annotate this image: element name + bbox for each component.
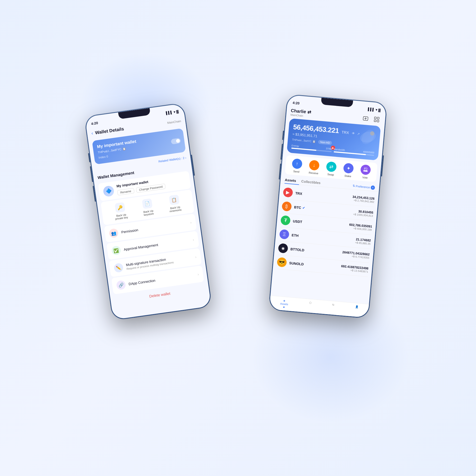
- signal-icon-left: ▌▌▌: [166, 110, 173, 115]
- back-button[interactable]: ‹: [91, 130, 93, 136]
- btt-name-col: BTTOLD: [290, 247, 305, 252]
- receive-action[interactable]: ↓ Receive: [308, 160, 320, 175]
- eth-icon: Ξ: [279, 229, 290, 240]
- wallet-mgmt-item-main: My important wallet Rename Change Passwo…: [116, 177, 166, 195]
- scan-icon[interactable]: [372, 115, 381, 124]
- nav-grid-icon: ⬡: [309, 301, 312, 304]
- dapp-text: DApp Connection: [128, 273, 195, 286]
- usdt-name-col: USDT: [293, 219, 303, 224]
- battery-icon-left: ▓: [176, 109, 179, 113]
- stake-label: Stake: [344, 174, 351, 178]
- signal-icon-right: ▌▌▌: [368, 107, 375, 112]
- receive-icon: ↓: [309, 160, 320, 171]
- wallet-details-title: Wallet Details: [95, 126, 124, 135]
- header-icons: [361, 114, 381, 124]
- main-screen: 4:20 ▌▌▌ ▾ ▓ Charlie ⇄ MainChain: [269, 95, 387, 318]
- bandwidth-value: 4000/5000: [363, 150, 374, 154]
- svg-rect-1: [374, 117, 377, 119]
- btc-verified-icon: ✔: [302, 206, 305, 210]
- phone-right: 4:20 ▌▌▌ ▾ ▓ Charlie ⇄ MainChain: [268, 94, 387, 319]
- wallet-avatar: 🔷: [103, 185, 115, 197]
- status-icons-left: ▌▌▌ ▾ ▓: [166, 109, 179, 115]
- trx-icon: ▶: [283, 187, 293, 198]
- dapp-icon: 🔗: [116, 280, 126, 290]
- btc-icon: ₿: [282, 201, 292, 212]
- wallet-header-left: ‹ Wallet Details: [91, 126, 124, 136]
- nav-assets-icon: ◈: [283, 299, 286, 302]
- external-link-icon[interactable]: ↗: [357, 132, 360, 136]
- permission-icon: 👥: [109, 228, 119, 238]
- permission-chevron: ›: [190, 220, 192, 225]
- send-label: Send: [293, 170, 299, 173]
- btc-amount: 30.810455 ≈$ 1555,934,813: [353, 209, 373, 217]
- permission-text: Permission: [121, 221, 187, 234]
- battery-icon-right: ▓: [378, 108, 381, 112]
- usdt-amount: 602,786.035091 ≈$ 606,000.199: [349, 223, 372, 231]
- energy-value: 37/60: [326, 147, 332, 150]
- usdt-icon: ₮: [280, 215, 291, 226]
- eth-amount: 21.174682 ≈$ 85,885.35: [355, 237, 371, 245]
- eth-name-col: ETH: [291, 233, 299, 237]
- phone-left: 4:20 ▌▌▌ ▾ ▓ ‹ Wallet Details MainChain: [84, 102, 212, 321]
- approval-chevron: ›: [193, 237, 194, 242]
- multisig-chevron: ›: [195, 255, 197, 259]
- trx-name-col: TRX: [295, 191, 302, 196]
- sun-amount: 692.418878222498 ≈$ 13.5483871: [341, 264, 368, 273]
- eye-icon[interactable]: 👁: [351, 131, 355, 135]
- sun-name-col: SUNOLD: [289, 261, 304, 266]
- svg-rect-4: [377, 120, 379, 122]
- nav-profile[interactable]: 👤: [354, 305, 358, 314]
- backup-mnemonic-icon: 📋: [169, 195, 180, 205]
- wifi-icon-right: ▾: [376, 108, 377, 112]
- preference-button[interactable]: ⇅ Preference +: [353, 184, 375, 190]
- bandwidth-label: Bandwidth: [334, 148, 345, 152]
- backup-keystore[interactable]: 📄 Back Up keystore: [142, 198, 154, 217]
- tab-collectibles[interactable]: Collectibles: [301, 178, 324, 187]
- receive-label: Receive: [309, 171, 318, 175]
- balance-currency: TRX: [341, 130, 349, 135]
- send-action[interactable]: ↑ Send: [291, 158, 303, 173]
- btt-amount: 2648771.04328662 ≈$ 6.77419355: [342, 250, 370, 259]
- copy-address-icon[interactable]: 📋: [122, 147, 126, 150]
- energy-section: Energy 37/60: [291, 144, 332, 152]
- wifi-icon-left: ▾: [173, 110, 176, 114]
- swap-icon: ⇄: [326, 161, 337, 172]
- backup-key-icon: 🔑: [115, 202, 126, 213]
- backup-private-key[interactable]: 🔑 Back Up private key: [113, 202, 128, 220]
- multisig-icon: ✏️: [113, 263, 123, 273]
- change-password-button[interactable]: Change Password: [136, 184, 166, 193]
- bottom-nav: ◈ Assets ⬡ ↻ 👤: [269, 295, 369, 318]
- svg-rect-3: [374, 120, 376, 122]
- nav-assets[interactable]: ◈ Assets: [280, 299, 289, 308]
- vote-label: Vote: [362, 176, 368, 179]
- wallet-details-screen: 4:20 ▌▌▌ ▾ ▓ ‹ Wallet Details MainChain: [85, 103, 211, 320]
- wallet-card-toggle[interactable]: [171, 138, 181, 144]
- btc-name-col: BTC ✔: [294, 205, 305, 210]
- nav-profile-icon: 👤: [355, 305, 358, 308]
- nav-history-icon: ↻: [332, 303, 335, 306]
- balance-decoration: [358, 127, 378, 147]
- asset-list: ▶ TRX 34,234,453.126 ≈$ 2,760,842,982: [273, 185, 379, 277]
- swap-label: Swap: [327, 173, 334, 176]
- backup-mnemonic[interactable]: 📋 Back Up mnemonic: [167, 194, 182, 213]
- balance-address: THPwer...5wtYC: [292, 138, 312, 143]
- rename-button[interactable]: Rename: [117, 188, 135, 196]
- sun-icon: 😎: [277, 257, 287, 267]
- vote-action[interactable]: 🗳 Vote: [360, 164, 371, 179]
- nav-collectibles-tab[interactable]: ⬡: [309, 301, 312, 310]
- approval-icon: ✅: [111, 245, 121, 255]
- nav-history[interactable]: ↻: [332, 303, 335, 312]
- bandwidth-section: Bandwidth 4000/5000: [334, 148, 374, 156]
- trx-amount: 34,234,453.126 ≈$ 2,760,842,982: [352, 195, 375, 203]
- btt-icon: ◉: [278, 243, 288, 253]
- mainchain-label-left: MainChain: [167, 119, 181, 124]
- tab-assets[interactable]: Assets: [285, 176, 300, 185]
- swap-action[interactable]: ⇄ Swap: [326, 161, 337, 176]
- stake-action[interactable]: ✦ Stake: [343, 163, 354, 178]
- add-asset-icon[interactable]: +: [370, 185, 375, 190]
- copy-balance-icon[interactable]: 📋: [312, 140, 316, 143]
- add-wallet-icon[interactable]: [361, 114, 370, 123]
- nav-active-dot: [283, 306, 285, 308]
- dapp-chevron: ›: [197, 272, 199, 276]
- stake-icon: ✦: [343, 163, 354, 174]
